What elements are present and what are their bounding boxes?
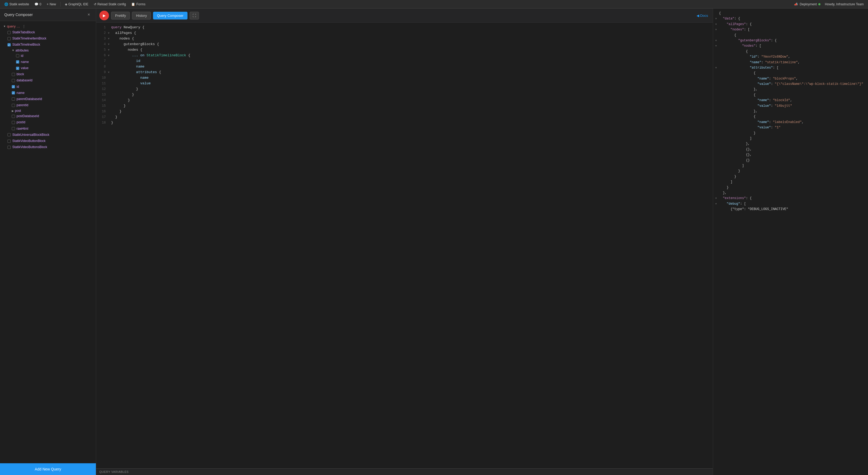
tree-label: id xyxy=(17,84,19,90)
checkbox-statiktimelineblock[interactable] xyxy=(7,43,11,46)
result-line: ▼ "nodes": [ xyxy=(713,27,868,32)
tree-label: parentDatabaseId xyxy=(17,97,42,102)
tree-item-statiktimelineitemblock[interactable]: StatikTimelineItemBlock xyxy=(0,35,96,42)
checkbox-name[interactable] xyxy=(12,91,15,95)
sidebar-close-button[interactable]: × xyxy=(86,12,92,18)
tree-label: postId xyxy=(17,120,25,125)
expand-button[interactable]: ⛶ xyxy=(190,12,199,20)
checkbox-attr-value[interactable] xyxy=(16,67,19,70)
deploy-active-dot xyxy=(818,3,820,5)
code-line-14: 14 } xyxy=(96,98,713,103)
tree-group-post[interactable]: ▶ post xyxy=(0,108,96,113)
tree-item-attr-value[interactable]: value xyxy=(0,65,96,71)
sidebar-title: Query Composer xyxy=(4,12,33,17)
tree-item-id[interactable]: id xyxy=(0,84,96,90)
result-line: }, xyxy=(713,109,868,114)
tree-item-attr-id[interactable]: id xyxy=(0,53,96,59)
result-line: ▼ "gutenbergBlocks": { xyxy=(713,38,868,43)
prettify-button[interactable]: Prettify xyxy=(111,12,130,20)
code-line-17: 17 } xyxy=(96,114,713,120)
checkbox-rawhtml[interactable] xyxy=(12,127,15,130)
nav-new[interactable]: + New xyxy=(44,2,58,7)
tree-item-postdatabaseid[interactable]: postDatabaseId xyxy=(0,113,96,119)
tree-item-parentdatabaseid[interactable]: parentDatabaseId xyxy=(0,96,96,102)
code-line-4: 4 ▼ gutenbergBlocks { xyxy=(96,42,713,47)
tree-label: block xyxy=(17,72,24,77)
checkbox-postid[interactable] xyxy=(12,121,15,124)
tree-item-statiktimelineblock[interactable]: StatikTimelineBlock xyxy=(0,42,96,48)
graphql-icon: ◈ xyxy=(65,2,67,6)
tree-item-rawhtml[interactable]: rawHtml xyxy=(0,126,96,132)
checkbox-videobuttonsblock[interactable] xyxy=(7,146,11,149)
query-root-label: query … xyxy=(7,24,20,28)
checkbox-postdatabaseid[interactable] xyxy=(12,115,15,118)
result-line: }, xyxy=(713,141,868,146)
editor-toolbar: ▶ Prettify History Query Composer ⛶ ◀ Do… xyxy=(96,8,713,23)
code-line-5: 5 ▼ nodes { xyxy=(96,47,713,53)
tree-item-postid[interactable]: postId xyxy=(0,119,96,126)
nav-graphiql[interactable]: ◈ GraphiQL IDE xyxy=(63,2,91,7)
checkbox-databaseid[interactable] xyxy=(12,79,15,82)
tree-item-name[interactable]: name xyxy=(0,90,96,96)
tree-item-databaseid[interactable]: databaseId xyxy=(0,77,96,83)
nav-statik-website[interactable]: 🌐 Statik website xyxy=(2,2,31,7)
result-line: { xyxy=(713,11,868,16)
checkbox-id[interactable] xyxy=(12,85,15,88)
tree-label: post xyxy=(15,109,21,113)
code-line-8: 8 name xyxy=(96,64,713,70)
code-line-16: 16 } xyxy=(96,109,713,114)
checkbox-statiktabsblock[interactable] xyxy=(7,31,11,34)
result-line: ▼ "allPages": { xyxy=(713,22,868,27)
checkbox-attr-id[interactable] xyxy=(16,54,19,57)
tree-item-statikVideoButtonsBlock[interactable]: StatikVideoButtonsBlock xyxy=(0,144,96,150)
history-button[interactable]: History xyxy=(132,12,151,20)
add-new-query-button[interactable]: Add New Query xyxy=(0,463,96,475)
checkbox-videobuttonblock[interactable] xyxy=(7,140,11,143)
tree-label: id xyxy=(21,54,23,59)
checkbox-statiktimelineitemblock[interactable] xyxy=(7,37,11,40)
docs-button[interactable]: ◀ Docs xyxy=(695,12,710,19)
tree-group-attributes[interactable]: ▼ attributes xyxy=(0,48,96,53)
run-query-button[interactable]: ▶ xyxy=(99,11,109,20)
query-root-item[interactable]: ▼ query … ⋮ xyxy=(0,23,96,29)
tree-item-statikVideoButtonBlock[interactable]: StatikVideoButtonBlock xyxy=(0,138,96,144)
result-line: } xyxy=(713,131,868,136)
tree-item-statikUniversalBlockBlock[interactable]: StatikUniversalBlockBlock xyxy=(0,132,96,138)
top-navbar: 🌐 Statik website 💬 0 + New ◈ GraphiQL ID… xyxy=(0,0,868,8)
result-line: "name": "statik/timeline", xyxy=(713,60,868,65)
checkbox-parentid[interactable] xyxy=(12,104,15,107)
tree-label: postDatabaseId xyxy=(17,114,39,119)
results-pane: { ▼ "data": { ▼ "allPages": { ▼ "nodes":… xyxy=(713,8,868,475)
checkbox-universalblock[interactable] xyxy=(7,133,11,136)
tree-item-statiktabsblock[interactable]: StatikTabsBlock xyxy=(0,29,96,35)
result-line: ▼ "extensions": { xyxy=(713,196,868,201)
forms-icon: 📋 xyxy=(131,2,135,6)
nav-right-section: 📣 Deployment Howdy, Infrastructure Team xyxy=(794,2,866,7)
code-editor-content[interactable]: 1 query NewQuery { 2 ▼ allPages { 3 ▼ no… xyxy=(96,23,713,468)
code-line-18: 18 } xyxy=(96,120,713,126)
nav-chat[interactable]: 💬 0 xyxy=(32,2,43,7)
tree-item-parentid[interactable]: parentId xyxy=(0,102,96,108)
nav-forms[interactable]: 📋 Forms xyxy=(129,2,148,7)
checkbox-attr-name[interactable] xyxy=(16,60,19,64)
attributes-arrow: ▼ xyxy=(12,49,14,52)
query-variables-bar[interactable]: QUERY VARIABLES xyxy=(96,468,713,475)
code-line-10: 10 name xyxy=(96,75,713,81)
checkbox-block[interactable] xyxy=(12,73,15,76)
main-area: Query Composer × ▼ query … ⋮ StatikTabsB… xyxy=(0,8,868,475)
tree-item-block[interactable]: block xyxy=(0,71,96,77)
result-line: ] xyxy=(713,163,868,168)
nav-reload-config[interactable]: ↺ Reload Statik config xyxy=(92,2,128,7)
plus-icon: + xyxy=(47,2,49,6)
deployment-status[interactable]: 📣 Deployment xyxy=(794,2,820,6)
query-composer-sidebar: Query Composer × ▼ query … ⋮ StatikTabsB… xyxy=(0,8,96,475)
result-line: "id": "YmxvY2s6NDow", xyxy=(713,54,868,60)
tree-label: StatikUniversalBlockBlock xyxy=(12,132,50,137)
query-composer-button[interactable]: Query Composer xyxy=(153,12,187,20)
tree-item-attr-name[interactable]: name xyxy=(0,59,96,65)
checkbox-parentdatabaseid[interactable] xyxy=(12,97,15,101)
result-line: }, xyxy=(713,190,868,196)
query-root-options[interactable]: ⋮ xyxy=(22,24,26,28)
result-line: ] xyxy=(713,179,868,185)
result-line: } xyxy=(713,185,868,190)
